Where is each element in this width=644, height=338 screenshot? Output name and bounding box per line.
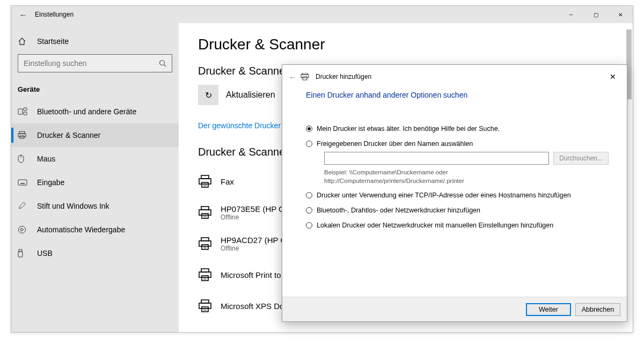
dialog-heading: Einen Drucker anhand anderer Optionen su… (306, 91, 609, 99)
svg-rect-25 (202, 214, 208, 218)
dialog-titlebar: ← Drucker hinzufügen ✕ (282, 65, 627, 89)
option-local[interactable]: Lokalen Drucker oder Netzwerkdrucker mit… (306, 222, 609, 229)
sidebar-item-label: USB (37, 249, 53, 258)
home-label: Startseite (37, 37, 69, 46)
svg-rect-45 (303, 77, 307, 80)
pen-icon (18, 202, 27, 210)
printer-name: HP9ACD27 (HP Of (221, 236, 289, 245)
svg-line-1 (164, 65, 166, 67)
home-icon (18, 37, 27, 46)
radio-icon (306, 141, 312, 147)
printer-icon (198, 299, 213, 313)
option-shared-printer[interactable]: Freigegebenen Drucker über den Namen aus… (306, 140, 609, 148)
sidebar-item-label: Eingabe (37, 178, 64, 187)
svg-rect-20 (202, 182, 208, 187)
svg-rect-24 (199, 210, 211, 215)
radio-selected-icon (306, 126, 312, 132)
svg-rect-19 (199, 179, 211, 184)
search-icon (159, 60, 166, 67)
option-label: Freigegebenen Drucker über den Namen aus… (317, 140, 609, 148)
svg-rect-18 (201, 175, 209, 179)
dialog-back-button[interactable]: ← (284, 72, 301, 82)
sidebar-item-label: Automatische Wiedergabe (37, 225, 125, 234)
printer-icon (18, 131, 27, 139)
svg-rect-3 (24, 108, 27, 111)
sidebar-item-label: Maus (37, 155, 55, 163)
svg-rect-2 (18, 109, 23, 114)
sidebar-item-bluetooth[interactable]: Bluetooth- und andere Geräte (11, 100, 179, 123)
option-label: Bluetooth-, Drahtlos- oder Netzwerkdruck… (317, 207, 609, 214)
svg-rect-17 (18, 252, 23, 257)
sidebar-item-typing[interactable]: Eingabe (11, 171, 179, 194)
svg-rect-38 (201, 300, 209, 303)
dialog-footer: Weiter Abbrechen (282, 297, 627, 321)
option-label: Mein Drucker ist etwas älter. Ich benöti… (317, 125, 609, 133)
option-bluetooth[interactable]: Bluetooth-, Drahtlos- oder Netzwerkdruck… (306, 207, 609, 214)
printer-icon (301, 73, 312, 80)
sidebar-item-usb[interactable]: USB (11, 241, 179, 265)
svg-point-0 (160, 61, 165, 65)
sidebar-item-printers[interactable]: Drucker & Scanner (11, 123, 179, 147)
svg-rect-29 (199, 241, 211, 246)
search-input[interactable] (24, 59, 159, 68)
example-text-2: http://Computername/printers/Druckername… (324, 177, 609, 185)
autoplay-icon (18, 225, 27, 234)
refresh-button[interactable]: ↻ (198, 85, 218, 105)
refresh-label: Aktualisieren (226, 90, 275, 100)
minimize-button[interactable]: ─ (559, 6, 583, 23)
printer-status: Offline (221, 214, 289, 221)
dialog-title: Drucker hinzufügen (316, 73, 371, 80)
svg-point-15 (19, 226, 26, 233)
close-button[interactable]: ✕ (608, 6, 633, 23)
sidebar-item-label: Bluetooth- und andere Geräte (37, 107, 136, 116)
printer-status: Offline (221, 245, 289, 252)
svg-rect-16 (19, 249, 22, 252)
page-title: Drucker & Scanner (198, 36, 620, 53)
svg-rect-5 (19, 131, 25, 134)
refresh-icon: ↻ (205, 90, 212, 100)
sidebar-item-mouse[interactable]: Maus (11, 147, 179, 171)
option-label: Drucker unter Verwendung einer TCP/IP-Ad… (317, 192, 609, 199)
option-label: Lokalen Drucker oder Netzwerkdrucker mit… (317, 222, 609, 229)
shared-printer-input[interactable] (324, 152, 549, 165)
devices-icon (18, 107, 27, 116)
printer-icon (198, 268, 213, 282)
printer-name: Microsoft Print to (221, 270, 281, 280)
sidebar-item-autoplay[interactable]: Automatische Wiedergabe (11, 218, 179, 241)
dialog-close-button[interactable]: ✕ (601, 72, 625, 81)
printer-name: Fax (221, 177, 234, 186)
svg-rect-35 (202, 276, 208, 281)
svg-rect-23 (201, 207, 209, 210)
printer-icon (198, 205, 213, 219)
home-link[interactable]: Startseite (11, 34, 179, 49)
back-button[interactable]: ← (11, 10, 35, 19)
keyboard-icon (18, 179, 27, 186)
printer-icon (198, 174, 213, 188)
svg-rect-30 (202, 245, 208, 249)
printer-icon (198, 237, 213, 251)
sidebar-item-pen[interactable]: Stift und Windows Ink (11, 194, 179, 218)
search-box[interactable] (18, 54, 172, 72)
svg-rect-34 (199, 272, 211, 277)
sidebar-item-label: Drucker & Scanner (37, 131, 100, 139)
svg-rect-33 (201, 269, 209, 272)
titlebar: ← Einstellungen ─ ▢ ✕ (11, 6, 633, 23)
svg-rect-6 (18, 134, 26, 137)
sidebar-item-label: Stift und Windows Ink (37, 202, 109, 210)
usb-icon (18, 249, 27, 258)
svg-rect-28 (201, 238, 209, 241)
maximize-button[interactable]: ▢ (583, 6, 608, 23)
window-title: Einstellungen (35, 11, 559, 18)
svg-rect-44 (301, 75, 309, 78)
cancel-button[interactable]: Abbrechen (575, 303, 620, 316)
radio-icon (306, 192, 312, 199)
add-printer-dialog: ← Drucker hinzufügen ✕ Einen Drucker anh… (282, 64, 627, 322)
sidebar: Startseite Geräte Bluetooth- und andere … (11, 23, 179, 332)
next-button[interactable]: Weiter (526, 303, 571, 316)
example-text-1: Beispiel: \\Computername\Druckername ode… (324, 168, 609, 177)
option-older-printer[interactable]: Mein Drucker ist etwas älter. Ich benöti… (306, 125, 609, 133)
browse-button[interactable]: Durchsuchen... (553, 152, 609, 165)
svg-rect-10 (18, 180, 27, 185)
section-label: Geräte (11, 82, 179, 100)
option-tcpip[interactable]: Drucker unter Verwendung einer TCP/IP-Ad… (306, 192, 609, 199)
